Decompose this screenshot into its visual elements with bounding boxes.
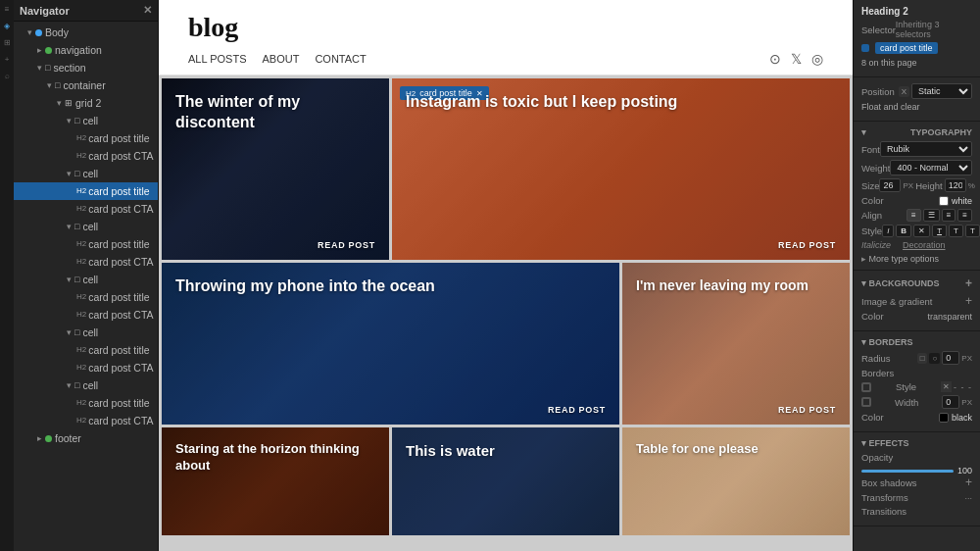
- rp-borders-label: Borders: [869, 337, 913, 347]
- nav-icon[interactable]: ≡: [4, 4, 11, 15]
- align-center-btn[interactable]: ☰: [923, 209, 940, 222]
- rp-position-select[interactable]: Static Relative Absolute: [911, 83, 972, 99]
- rp-radius-input[interactable]: [942, 351, 959, 365]
- github-icon[interactable]: ◎: [811, 51, 823, 67]
- rp-size-input[interactable]: [879, 178, 901, 192]
- tree-item-h2-4[interactable]: H2 card post title: [14, 288, 158, 306]
- style-underline-btn[interactable]: T: [932, 225, 947, 237]
- rp-transitions-row: Transitions: [861, 506, 972, 517]
- style-t1-btn[interactable]: T: [949, 225, 963, 237]
- tree-label: cell: [82, 377, 98, 393]
- rp-selector-tag[interactable]: card post title: [875, 42, 938, 54]
- rp-width-label: Width: [895, 397, 918, 408]
- rp-effects-section: ▾ Effects Opacity 100 Box shadows + Tran…: [854, 432, 980, 526]
- nav-about[interactable]: ABOUT: [263, 53, 300, 65]
- tree-item-h2-6[interactable]: H2 card post title: [14, 394, 158, 412]
- tree-item-cta-2[interactable]: H2 card post CTA: [14, 200, 158, 218]
- nav-links: ALL POSTS ABOUT CONTACT: [188, 53, 367, 65]
- rp-style-btns: I B ✕ T T T: [882, 225, 980, 237]
- rp-backgrounds-add[interactable]: +: [965, 276, 972, 290]
- search-icon[interactable]: ⌕: [4, 71, 11, 81]
- tree-item-section[interactable]: ▾ □ section: [14, 59, 158, 76]
- blog-card-5[interactable]: Staring at the horizon thinking about: [162, 427, 389, 535]
- tree-item-h2-selected[interactable]: H2 card post title: [14, 182, 158, 200]
- rp-effects-title: ▾ Effects: [861, 438, 972, 448]
- tree-item-footer[interactable]: ▸ footer: [14, 429, 158, 447]
- rp-border-width-input[interactable]: [942, 395, 959, 409]
- tree-item-cell-3[interactable]: ▾ □ cell: [14, 218, 158, 235]
- blog-card-7[interactable]: Table for one please: [622, 427, 850, 535]
- rp-on-page: 8 on this page: [861, 58, 972, 68]
- tree-item-cta-5[interactable]: H2 card post CTA: [14, 359, 158, 376]
- style-bold-btn[interactable]: B: [896, 225, 911, 237]
- tree-label: card post CTA: [88, 201, 153, 217]
- style-x-btn[interactable]: ✕: [913, 225, 930, 237]
- tree-item-cell-5[interactable]: ▾ □ cell: [14, 324, 158, 341]
- tree-item-container[interactable]: ▾ □ container: [14, 76, 158, 94]
- navigator-title: Navigator: [20, 5, 70, 17]
- rp-bg-color-row: Color transparent: [861, 311, 972, 322]
- rp-weight-select[interactable]: 400 - Normal: [890, 160, 972, 175]
- rp-border-color-swatch[interactable]: [939, 413, 949, 423]
- card-3-title: Throwing my phone into the ocean: [175, 276, 606, 297]
- rp-transforms-more[interactable]: ···: [964, 493, 972, 503]
- rp-bg-color-label: Color: [861, 311, 884, 322]
- tree-label: section: [53, 60, 85, 75]
- align-right-btn[interactable]: ≡: [942, 209, 956, 222]
- close-icon[interactable]: ✕: [143, 4, 152, 17]
- align-justify-btn[interactable]: ≡: [957, 209, 972, 222]
- nav-all-posts[interactable]: ALL POSTS: [188, 53, 247, 65]
- tree-item-grid[interactable]: ▾ ⊞ grid 2: [14, 94, 158, 112]
- blog-card-6[interactable]: This is water: [392, 427, 619, 535]
- rp-opacity-slider[interactable]: [861, 470, 954, 473]
- rp-transitions-label: Transitions: [861, 506, 906, 517]
- tree-item-cta-3[interactable]: H2 card post CTA: [14, 253, 158, 271]
- twitter-icon[interactable]: 𝕏: [791, 51, 802, 67]
- card-2-cta: READ POST: [778, 240, 836, 250]
- main-content: blog ALL POSTS ABOUT CONTACT ⊙ 𝕏 ◎ The w…: [159, 0, 853, 551]
- nav-contact[interactable]: CONTACT: [315, 53, 366, 65]
- plus-icon[interactable]: +: [4, 54, 11, 65]
- rp-x-label: X: [899, 86, 909, 97]
- rp-more-label[interactable]: More type options: [869, 254, 940, 264]
- tree-item-cta-1[interactable]: H2 card post CTA: [14, 147, 158, 165]
- decoration-label: Decoration: [903, 240, 946, 250]
- tree-item-h2-5[interactable]: H2 card post title: [14, 341, 158, 359]
- tree-label: navigation: [55, 42, 102, 58]
- card-7-title: Table for one please: [636, 441, 836, 458]
- tree-item-cell-2[interactable]: ▾ □ cell: [14, 165, 158, 182]
- tree-item-cell-4[interactable]: ▾ □ cell: [14, 271, 158, 288]
- rp-shadows-add[interactable]: +: [965, 476, 972, 489]
- tree-item-h2-1[interactable]: H2 card post title: [14, 129, 158, 147]
- sidebar-icons: ≡ ◈ ⊞ + ⌕: [0, 0, 14, 551]
- tree-label: card post title: [88, 183, 149, 199]
- card-4-cta: READ POST: [778, 405, 836, 415]
- style-t2-btn[interactable]: T: [965, 225, 980, 237]
- instagram-icon[interactable]: ⊙: [769, 51, 781, 67]
- rp-font-label: Font: [861, 144, 880, 155]
- tree-item-navigation[interactable]: ▸ navigation: [14, 41, 158, 59]
- rp-align-row: Align ≡ ☰ ≡ ≡: [861, 209, 972, 222]
- tree-icon[interactable]: ◈: [3, 21, 11, 31]
- blog-card-3[interactable]: Throwing my phone into the ocean READ PO…: [162, 263, 619, 425]
- rp-color-swatch[interactable]: [939, 196, 949, 206]
- tree-item-cell-6[interactable]: ▾ □ cell: [14, 376, 158, 394]
- blog-card-1[interactable]: The winter of my discontent READ POST: [162, 78, 389, 260]
- tree-item-cta-6[interactable]: H2 card post CTA: [14, 412, 158, 429]
- blog-card-2[interactable]: H2 card post title ✕ Instagram is toxic …: [392, 78, 850, 260]
- blog-card-4[interactable]: I'm never leaving my room READ POST: [622, 263, 850, 425]
- style-italic-btn[interactable]: I: [882, 225, 894, 237]
- rp-font-select[interactable]: Rubik: [880, 141, 972, 157]
- align-left-btn[interactable]: ≡: [906, 209, 921, 222]
- rp-border-style-label: Style: [896, 381, 916, 392]
- rp-image-add[interactable]: +: [965, 294, 972, 308]
- tree-item-h2-3[interactable]: H2 card post title: [14, 235, 158, 253]
- tree-item-cta-4[interactable]: H2 card post CTA: [14, 306, 158, 324]
- rp-color-label: Color: [861, 195, 884, 206]
- card-3-cta: READ POST: [548, 405, 606, 415]
- tree-item-cell-1[interactable]: ▾ □ cell: [14, 112, 158, 129]
- layers-icon[interactable]: ⊞: [3, 37, 12, 48]
- rp-height-input[interactable]: [945, 178, 966, 192]
- card-6-title: This is water: [406, 441, 606, 461]
- tree-item-body[interactable]: ▾ Body: [14, 24, 158, 41]
